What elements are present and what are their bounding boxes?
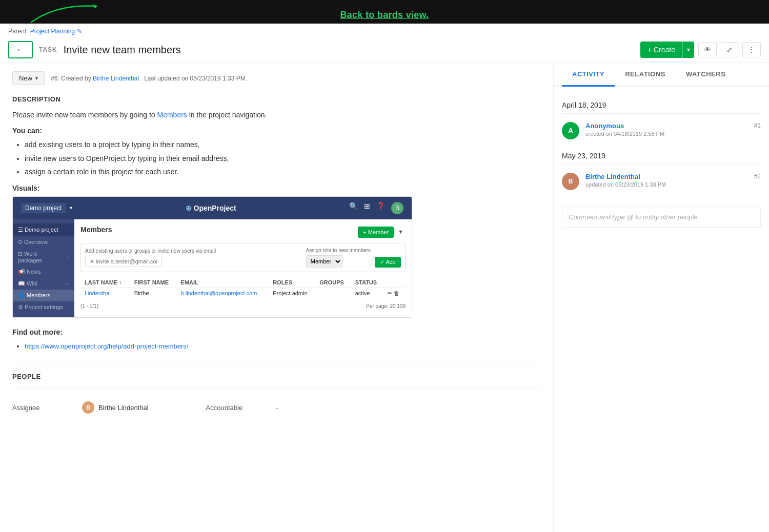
people-section: PEOPLE Assignee B Birthe Lindenthal Acco… bbox=[12, 364, 541, 418]
activity-avatar-2: B bbox=[562, 173, 579, 190]
you-can-label: You can: bbox=[12, 127, 541, 135]
col-firstname: FIRST NAME bbox=[130, 277, 177, 288]
find-more-link[interactable]: https://www.openproject.org/help/add-pro… bbox=[25, 342, 188, 350]
screenshot-icons: 🔍 ⊞ ❓ B bbox=[349, 202, 403, 214]
description-intro: Please invite new team members by going … bbox=[12, 109, 541, 120]
member-groups bbox=[315, 288, 351, 299]
description-list: add existing users to a project by typin… bbox=[25, 139, 541, 177]
screenshot-logo: ⊕ OpenProject bbox=[186, 204, 236, 212]
expand-button[interactable]: ⤢ bbox=[721, 42, 738, 57]
back-button[interactable]: ← bbox=[8, 41, 33, 58]
member-firstname: Birthe bbox=[130, 288, 177, 299]
date-header-2: May 23, 2019 bbox=[562, 152, 761, 160]
activity-num-1: #1 bbox=[754, 122, 761, 129]
activity-sub-2: updated on 05/23/2019 1:33 PM bbox=[585, 181, 748, 188]
accountable-value: - bbox=[276, 404, 278, 412]
status-badge[interactable]: New ▾ bbox=[12, 71, 45, 85]
people-row: Assignee B Birthe Lindenthal Accountable… bbox=[12, 397, 541, 418]
annotation-bar: Back to bards view. bbox=[0, 0, 769, 24]
activity-item-2: B Birthe Lindenthal updated on 05/23/201… bbox=[562, 169, 761, 194]
list-item: add existing users to a project by typin… bbox=[25, 139, 541, 150]
activity-panel: April 18, 2019 A Anonymous created on 04… bbox=[554, 87, 769, 246]
member-status: active bbox=[351, 288, 384, 299]
activity-sub-1: created on 04/18/2019 2:58 PM bbox=[585, 131, 748, 137]
screenshot-content: Members + Member ▼ Add existing users or… bbox=[74, 219, 412, 317]
member-role: Project admin bbox=[269, 288, 315, 299]
status-meta2: . Last updated on 05/23/2019 1:33 PM. bbox=[141, 75, 248, 82]
activity-info-2: Birthe Lindenthal updated on 05/23/2019 … bbox=[585, 173, 748, 188]
assignee-avatar: B bbox=[82, 401, 94, 414]
table-row: Lindenthal Birthe b.lindenthal@openproje… bbox=[80, 288, 406, 299]
status-creator-link[interactable]: Birthe Lindenthal bbox=[93, 75, 139, 82]
screenshot-add-row: Add existing users or groups or invite n… bbox=[80, 243, 406, 272]
col-groups: GROUPS bbox=[315, 277, 351, 288]
breadcrumb-project-link[interactable]: Project Planning bbox=[30, 28, 75, 35]
members-link[interactable]: Members bbox=[157, 111, 187, 119]
task-label: TASK bbox=[39, 46, 57, 53]
screenshot-nav-header: ☰ Demo project bbox=[13, 223, 74, 236]
screenshot-role-select[interactable]: Member bbox=[306, 255, 342, 268]
screenshot-members-title: Members bbox=[80, 226, 112, 234]
activity-num-2: #2 bbox=[754, 173, 761, 180]
screenshot-nav-workpackages: ⊟ Work packages→ bbox=[13, 248, 74, 266]
annotation-text: Back to bards view. bbox=[340, 10, 429, 21]
header-actions: + Create ▾ 👁 ⤢ ⋮ bbox=[640, 42, 761, 58]
screenshot-project-name: Demo project bbox=[21, 203, 66, 213]
screenshot-nav-settings: ⚙ Project settings bbox=[13, 301, 74, 313]
visuals-title: Visuals: bbox=[12, 184, 541, 192]
screenshot-members-table: LAST NAME ↑ FIRST NAME EMAIL ROLES GROUP… bbox=[80, 277, 406, 299]
col-roles: ROLES bbox=[269, 277, 315, 288]
screenshot-member-btn[interactable]: + Member bbox=[358, 227, 394, 238]
create-button[interactable]: + Create bbox=[640, 42, 682, 58]
tab-activity[interactable]: ACTIVITY bbox=[562, 63, 615, 87]
col-lastname: LAST NAME ↑ bbox=[80, 277, 130, 288]
accountable-label: Accountable bbox=[206, 404, 268, 412]
date-header-1: April 18, 2019 bbox=[562, 101, 761, 109]
people-title: PEOPLE bbox=[12, 373, 541, 380]
main-layout: New ▾ #6: Created by Birthe Lindenthal .… bbox=[0, 63, 769, 532]
header-row: ← TASK Invite new team members + Create … bbox=[0, 39, 769, 63]
find-more-list: https://www.openproject.org/help/add-pro… bbox=[25, 340, 541, 352]
screenshot-nav-overview: ⊙ Overview bbox=[13, 236, 74, 248]
description-section: DESCRIPTION Please invite new team membe… bbox=[12, 95, 541, 192]
pencil-icon[interactable]: ✎ bbox=[77, 28, 82, 35]
per-page: Per page: 20 100 bbox=[366, 303, 406, 309]
screenshot-nav-wiki: 📖 Wiki→ bbox=[13, 278, 74, 290]
member-email[interactable]: b.lindenthal@openproject.com bbox=[181, 290, 257, 296]
divider-1 bbox=[562, 113, 761, 114]
tab-relations[interactable]: RELATIONS bbox=[615, 63, 676, 87]
status-meta-text: #6: Created by bbox=[51, 75, 91, 82]
description-title: DESCRIPTION bbox=[12, 95, 541, 103]
divider-2 bbox=[562, 164, 761, 165]
eye-button[interactable]: 👁 bbox=[698, 42, 717, 57]
screenshot-add-btn[interactable]: ✓ Add bbox=[375, 257, 401, 268]
assignee-value: B Birthe Lindenthal bbox=[82, 401, 149, 414]
screenshot-user-avatar: B bbox=[391, 202, 403, 214]
activity-info-1: Anonymous created on 04/18/2019 2:58 PM bbox=[585, 122, 748, 137]
more-button[interactable]: ⋮ bbox=[742, 42, 761, 57]
pagination-info: (1 - 1/1) bbox=[80, 303, 98, 309]
screenshot-embed: Demo project ▾ ⊕ OpenProject 🔍 ⊞ ❓ B ☰ D… bbox=[12, 196, 412, 318]
comment-placeholder[interactable]: Comment and type @ to notify other peopl… bbox=[562, 207, 761, 228]
tab-watchers[interactable]: WATCHERS bbox=[676, 63, 736, 87]
activity-name-2[interactable]: Birthe Lindenthal bbox=[585, 173, 748, 180]
col-email: EMAIL bbox=[177, 277, 269, 288]
screenshot-email-input[interactable] bbox=[85, 256, 162, 267]
find-more-title: Find out more: bbox=[12, 328, 541, 336]
find-out-more: Find out more: https://www.openproject.o… bbox=[12, 328, 541, 352]
screenshot-nav-members: 👤 Members bbox=[13, 290, 74, 301]
screenshot-topbar: Demo project ▾ ⊕ OpenProject 🔍 ⊞ ❓ B bbox=[13, 197, 412, 219]
member-lastname[interactable]: Lindenthal bbox=[85, 290, 111, 296]
right-panel: ACTIVITY RELATIONS WATCHERS April 18, 20… bbox=[554, 63, 769, 532]
task-title: Invite new team members bbox=[64, 44, 181, 56]
status-meta: #6: Created by Birthe Lindenthal . Last … bbox=[51, 75, 247, 82]
breadcrumb-parent-label: Parent: bbox=[8, 28, 28, 35]
people-divider bbox=[12, 388, 541, 389]
create-dropdown-button[interactable]: ▾ bbox=[682, 42, 694, 58]
status-badge-label: New bbox=[19, 74, 32, 82]
assignee-name: Birthe Lindenthal bbox=[98, 404, 149, 412]
annotation-arrow bbox=[15, 1, 118, 24]
assignee-label: Assignee bbox=[12, 404, 74, 412]
activity-item-1: A Anonymous created on 04/18/2019 2:58 P… bbox=[562, 118, 761, 144]
list-item: invite new users to OpenProject by typin… bbox=[25, 153, 541, 164]
